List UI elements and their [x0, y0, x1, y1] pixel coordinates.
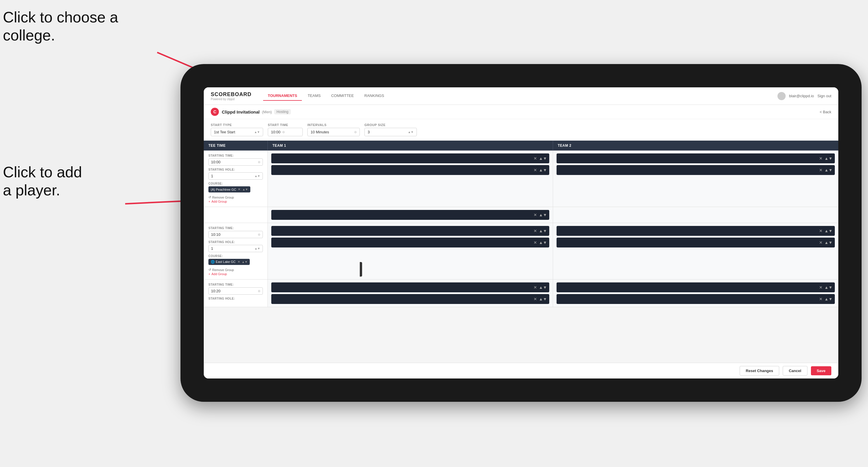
sign-out-link[interactable]: Sign out [817, 94, 831, 98]
group-size-chevron: ▲▼ [408, 130, 414, 134]
course-search-col-1: ✕ ▲▼ [268, 207, 553, 223]
starting-time-value-3[interactable]: 10:20⊙ [209, 287, 263, 294]
team1-col-2: ✕ ▲▼ ✕ ▲▼ [268, 223, 553, 279]
slot-chevron-icon[interactable]: ▲▼ [539, 240, 547, 245]
course-remove-1[interactable]: ✕ [238, 187, 241, 191]
nav-link-tournaments[interactable]: TOURNAMENTS [263, 91, 302, 101]
add-group-2[interactable]: +Add Group [209, 272, 263, 276]
remove-group-1[interactable]: ↺Remove Group [209, 195, 263, 199]
breadcrumb-badge: Hosting [274, 109, 291, 115]
start-type-label: Start Type [211, 123, 263, 127]
player-slot[interactable]: ✕ ▲▼ [557, 294, 835, 304]
slot-chevron-icon[interactable]: ▲▼ [824, 156, 833, 161]
team1-col-3: ✕ ▲▼ ✕ ▲▼ [268, 280, 553, 307]
player-slot[interactable]: ✕ ▲▼ [271, 226, 549, 236]
add-group-1[interactable]: +Add Group [209, 200, 263, 203]
nav-logo-sub: Powered by clippd [211, 97, 251, 101]
course-search-slot-1[interactable]: ✕ ▲▼ [271, 210, 549, 220]
player-slot[interactable]: ✕ ▲▼ [557, 282, 835, 292]
course-chevron-2[interactable]: ▲▼ [242, 260, 248, 263]
player-slot[interactable]: ✕ ▲▼ [271, 238, 549, 247]
slot-chevron-icon[interactable]: ▲▼ [824, 297, 833, 301]
tablet-screen: SCOREBOARD Powered by clippd TOURNAMENTS… [204, 87, 838, 378]
slot-chevron-icon[interactable]: ▲▼ [824, 228, 833, 233]
starting-time-value-2[interactable]: 10:10⊙ [209, 231, 263, 238]
breadcrumb-sub: (Men) [262, 110, 272, 114]
start-time-input[interactable]: 10:00 ⊙ [268, 128, 303, 136]
starting-hole-label-2: STARTING HOLE: [209, 241, 263, 244]
starting-hole-value-2[interactable]: 1▲▼ [209, 245, 263, 252]
footer-bar: Reset Changes Cancel Save [204, 363, 838, 378]
player-slot[interactable]: ✕ ▲▼ [557, 238, 835, 247]
slot-x-icon[interactable]: ✕ [533, 228, 537, 233]
slot-x-icon[interactable]: ✕ [819, 168, 823, 173]
start-time-group: Start Time 10:00 ⊙ [268, 123, 303, 136]
start-time-icon: ⊙ [282, 130, 285, 134]
start-type-select[interactable]: 1st Tee Start ▲▼ [211, 128, 263, 136]
team1-col-1: ✕ ▲▼ ✕ ▲▼ [268, 151, 553, 207]
slot-chevron-icon[interactable]: ▲▼ [824, 168, 833, 173]
nav-logo: SCOREBOARD Powered by clippd [211, 91, 251, 101]
course-label-1: COURSE: [209, 182, 263, 185]
course-label-2: COURSE: [209, 254, 263, 258]
course-tag-2: 🌐 East Lake GC ✕ ▲▼ [209, 259, 250, 265]
nav-link-teams[interactable]: TEAMS [303, 91, 326, 101]
user-email: blair@clippd.io [789, 94, 814, 98]
player-slot[interactable]: ✕ ▲▼ [271, 282, 549, 292]
player-slot[interactable]: ✕ ▲▼ [271, 294, 549, 304]
slot-x-icon[interactable]: ✕ [819, 156, 823, 161]
breadcrumb-title: Clippd Invitational [222, 110, 260, 115]
starting-hole-label-1: STARTING HOLE: [209, 168, 263, 171]
slot-x-icon[interactable]: ✕ [819, 228, 823, 233]
starting-time-value-1[interactable]: 10:00⊙ [209, 158, 263, 166]
team2-col-2: ✕ ▲▼ ✕ ▲▼ [553, 223, 838, 279]
course-remove-2[interactable]: ✕ [238, 260, 240, 264]
slot-x-icon[interactable]: ✕ [533, 297, 537, 301]
nav-link-rankings[interactable]: RANKINGS [360, 91, 389, 101]
nav-link-committee[interactable]: COMMITTEE [327, 91, 359, 101]
course-search-col-1b [553, 207, 838, 223]
slot-x-icon[interactable]: ✕ [819, 240, 823, 245]
slot-chevron-icon[interactable]: ▲▼ [539, 228, 547, 233]
slot-chevron-icon[interactable]: ▲▼ [539, 156, 547, 161]
cancel-button[interactable]: Cancel [783, 366, 807, 376]
slot-chevron-icon[interactable]: ▲▼ [824, 285, 833, 290]
starting-hole-value-1[interactable]: 1▲▼ [209, 173, 263, 180]
back-button[interactable]: < Back [820, 110, 831, 114]
tee-left-3: STARTING TIME: 10:20⊙ STARTING HOLE: [204, 280, 268, 307]
slot-x-icon[interactable]: ✕ [533, 240, 537, 245]
slot-chevron-icon[interactable]: ▲▼ [539, 297, 547, 301]
group-size-select[interactable]: 3 ▲▼ [365, 128, 417, 136]
save-button[interactable]: Save [811, 366, 831, 375]
reset-changes-button[interactable]: Reset Changes [740, 366, 779, 376]
player-slot[interactable]: ✕ ▲▼ [557, 226, 835, 236]
slot-x-icon[interactable]: ✕ [533, 213, 537, 217]
player-slot[interactable]: ✕ ▲▼ [557, 153, 835, 163]
player-slot[interactable]: ✕ ▲▼ [271, 165, 549, 175]
player-slot[interactable]: ✕ ▲▼ [271, 153, 549, 163]
table-header: Tee Time Team 1 Team 2 [204, 141, 838, 151]
nav-links: TOURNAMENTS TEAMS COMMITTEE RANKINGS [263, 91, 777, 101]
th-team2: Team 2 [553, 141, 838, 151]
th-tee-time: Tee Time [204, 141, 268, 151]
starting-time-label-3: STARTING TIME: [209, 283, 263, 286]
intervals-select[interactable]: 10 Minutes ⊙ [307, 128, 360, 136]
slot-x-icon[interactable]: ✕ [819, 297, 823, 301]
slot-chevron-icon[interactable]: ▲▼ [539, 213, 547, 217]
th-team1: Team 1 [268, 141, 553, 151]
slot-x-icon[interactable]: ✕ [533, 168, 537, 173]
intervals-label: Intervals [307, 123, 360, 127]
remove-group-2[interactable]: ↺Remove Group [209, 268, 263, 272]
slot-x-icon[interactable]: ✕ [533, 285, 537, 290]
course-chevron-1[interactable]: ▲▼ [242, 188, 248, 191]
slot-chevron-icon[interactable]: ▲▼ [539, 285, 547, 290]
slot-x-icon[interactable]: ✕ [533, 156, 537, 161]
player-slot[interactable]: ✕ ▲▼ [557, 165, 835, 175]
tee-left-2: STARTING TIME: 10:10⊙ STARTING HOLE: 1▲▼… [204, 223, 268, 279]
table-row: STARTING TIME: 10:00⊙ STARTING HOLE: 1▲▼… [204, 151, 838, 207]
start-type-chevron: ▲▼ [254, 130, 260, 134]
slot-x-icon[interactable]: ✕ [819, 285, 823, 290]
slot-chevron-icon[interactable]: ▲▼ [539, 168, 547, 173]
course-tag-1: (A) Peachtree GC ✕ ▲▼ [209, 186, 250, 192]
slot-chevron-icon[interactable]: ▲▼ [824, 240, 833, 245]
